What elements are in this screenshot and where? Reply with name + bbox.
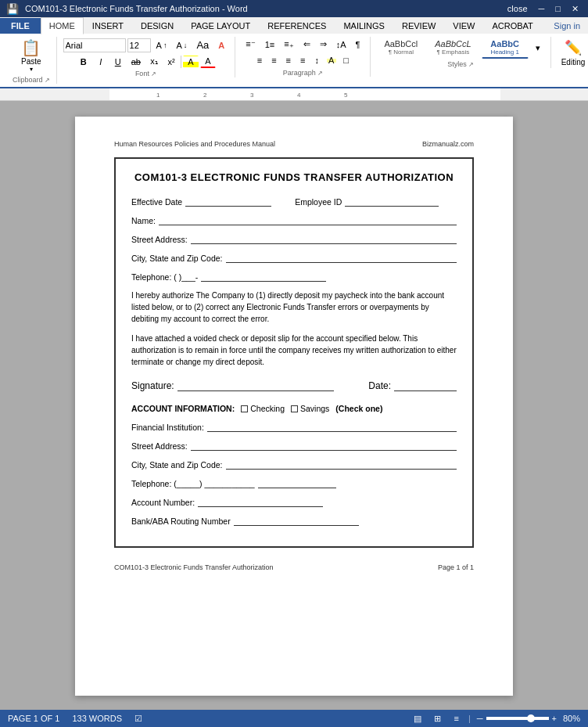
font-size-input[interactable] xyxy=(127,38,151,52)
superscript-button[interactable]: x² xyxy=(163,56,179,68)
highlight-button[interactable]: A xyxy=(183,56,199,68)
tab-acrobat[interactable]: ACROBAT xyxy=(483,17,541,34)
font-expand-icon[interactable]: ↗ xyxy=(151,70,156,77)
tab-file[interactable]: FILE xyxy=(0,18,41,34)
styles-label: Styles ↗ xyxy=(447,60,474,68)
tab-home[interactable]: HOME xyxy=(41,17,84,34)
strikethrough-button[interactable]: ab xyxy=(127,56,145,68)
subscript-button[interactable]: x₁ xyxy=(146,55,162,68)
financial-institution-row: Financial Institution: xyxy=(131,421,457,432)
paste-label: Paste xyxy=(21,57,41,66)
bullets-btn[interactable]: ≡⁻ xyxy=(242,37,259,52)
page-header: Human Resources Policies and Procedures … xyxy=(114,140,474,148)
align-right-btn[interactable]: ≡ xyxy=(282,53,295,67)
account-city-label: City, State and Zip Code: xyxy=(131,460,223,470)
status-left: PAGE 1 OF 1 133 WORDS ☑ xyxy=(8,714,142,724)
document-check-icon[interactable]: ☑ xyxy=(134,714,142,724)
city-state-zip-label: City, State and Zip Code: xyxy=(131,254,223,263)
grow-font-btn[interactable]: A↑ xyxy=(152,38,171,52)
telephone-line xyxy=(201,271,326,282)
financial-institution-line xyxy=(207,421,457,432)
align-center-btn[interactable]: ≡ xyxy=(267,53,280,67)
underline-button[interactable]: U xyxy=(110,56,126,68)
multilevel-btn[interactable]: ≡₊ xyxy=(280,37,297,52)
paste-button[interactable]: 📋 Paste ▾ xyxy=(16,37,46,74)
style-no-spacing[interactable]: AaBbCcL ¶ Emphasis xyxy=(428,37,478,59)
close-btn[interactable]: ✕ xyxy=(568,4,582,14)
page-footer: COM101-3 Electronic Funds Transfer Autho… xyxy=(114,563,474,571)
name-line xyxy=(159,214,457,225)
street-line xyxy=(191,233,457,244)
checking-label: Checking xyxy=(250,404,285,413)
paste-icon: 📋 xyxy=(21,38,41,57)
border-btn[interactable]: □ xyxy=(339,53,353,67)
tab-references[interactable]: REFERENCES xyxy=(259,17,335,34)
title-bar-controls: close ─ □ ✕ xyxy=(504,4,582,14)
savings-checkbox[interactable] xyxy=(291,405,298,412)
italic-button[interactable]: I xyxy=(93,56,109,68)
street-address-row: Street Address: xyxy=(131,233,457,244)
zoom-out-btn[interactable]: ─ xyxy=(477,714,483,723)
shading-btn[interactable]: A xyxy=(324,53,338,67)
style-normal[interactable]: AaBbCcl ¶ Normal xyxy=(377,37,425,59)
clipboard-expand-icon[interactable]: ↗ xyxy=(45,77,50,84)
routing-number-line xyxy=(234,515,359,526)
text-effect-btn[interactable]: A xyxy=(214,38,228,52)
editing-btn[interactable]: ✏️ Editing xyxy=(558,37,588,69)
numbering-btn[interactable]: 1≡ xyxy=(261,38,279,52)
line-spacing-btn[interactable]: ↕ xyxy=(310,53,323,67)
decrease-indent-btn[interactable]: ⇐ xyxy=(299,37,314,52)
zoom-control[interactable]: ─ + xyxy=(477,714,557,723)
paragraph-expand-icon[interactable]: ↗ xyxy=(317,70,323,77)
employee-id-label: Employee ID xyxy=(295,197,342,207)
ribbon-tabs: FILE HOME INSERT DESIGN PAGE LAYOUT REFE… xyxy=(0,17,588,34)
justify-btn[interactable]: ≡ xyxy=(296,53,309,67)
increase-indent-btn[interactable]: ⇒ xyxy=(316,37,331,52)
ribbon-content: 📋 Paste ▾ Clipboard ↗ A↑ A↓ Aa A B I U a… xyxy=(0,34,588,88)
city-state-zip-row: City, State and Zip Code: xyxy=(131,252,457,263)
ruler-inner: 1 2 3 4 5 xyxy=(109,88,500,100)
bold-button[interactable]: B xyxy=(76,56,91,68)
word-count: 133 WORDS xyxy=(72,714,122,724)
alignment-tools: ≡ ≡ ≡ ≡ ↕ A □ xyxy=(253,53,353,67)
tab-page-layout[interactable]: PAGE LAYOUT xyxy=(182,17,259,34)
view-print-btn[interactable]: ▤ xyxy=(411,712,425,725)
view-read-btn[interactable]: ≡ xyxy=(450,712,461,725)
align-left-btn[interactable]: ≡ xyxy=(253,53,266,67)
signin-link[interactable]: Sign in xyxy=(546,18,588,34)
sort-btn[interactable]: ↕A xyxy=(332,38,350,52)
tab-view[interactable]: VIEW xyxy=(444,17,483,34)
styles-more-btn[interactable]: ▾ xyxy=(532,41,544,56)
paste-dropdown[interactable]: ▾ xyxy=(30,66,33,73)
account-street-row: Street Address: xyxy=(131,440,457,451)
tab-mailings[interactable]: MAILINGS xyxy=(335,17,393,34)
tab-design[interactable]: DESIGN xyxy=(132,17,182,34)
clear-format-btn[interactable]: Aa xyxy=(192,37,213,53)
zoom-slider[interactable] xyxy=(486,717,549,720)
editing-icon: ✏️ xyxy=(565,39,582,56)
form-content: COM101-3 ELECTRONIC FUNDS TRANSFER AUTHO… xyxy=(114,157,474,548)
account-telephone-row: Telephone: (_____) ___________ xyxy=(131,477,457,488)
check-one-label: (Check one) xyxy=(335,404,382,413)
document-page: Human Resources Policies and Procedures … xyxy=(75,117,513,696)
show-hide-btn[interactable]: ¶ xyxy=(351,38,364,52)
zoom-percent[interactable]: 80% xyxy=(563,714,580,723)
shrink-font-btn[interactable]: A↓ xyxy=(172,38,191,52)
editing-tools: ✏️ Editing xyxy=(558,37,588,69)
financial-institution-label: Financial Institution: xyxy=(131,423,204,432)
tab-insert[interactable]: INSERT xyxy=(84,17,132,34)
ruler-mark-1: 1 xyxy=(156,92,160,99)
checking-checkbox[interactable] xyxy=(241,405,248,412)
view-web-btn[interactable]: ⊞ xyxy=(431,712,444,725)
help-btn[interactable]: close xyxy=(504,4,531,14)
zoom-in-btn[interactable]: + xyxy=(552,714,557,723)
font-color-button[interactable]: A xyxy=(200,55,216,68)
tab-review[interactable]: REVIEW xyxy=(393,17,444,34)
styles-row: AaBbCcl ¶ Normal AaBbCcL ¶ Emphasis AaBb… xyxy=(377,37,543,59)
style-heading1[interactable]: AaBbC Heading 1 xyxy=(482,37,529,59)
maximize-btn[interactable]: □ xyxy=(552,4,564,14)
styles-expand-icon[interactable]: ↗ xyxy=(468,61,474,68)
minimize-btn[interactable]: ─ xyxy=(536,4,548,14)
font-name-input[interactable] xyxy=(63,38,126,52)
zoom-thumb xyxy=(527,714,535,722)
